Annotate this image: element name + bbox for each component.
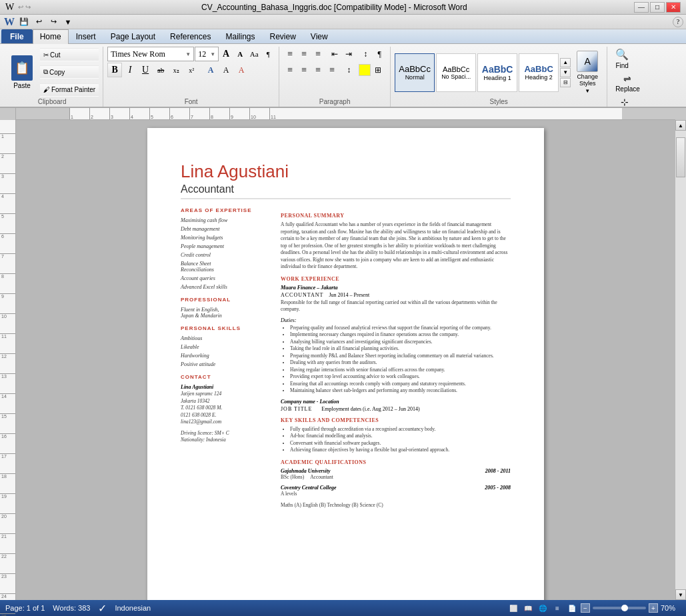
clipboard-group: 📋 Paste ✂ Cut ⧉ Copy 🖌 Format Painter Cl… (1, 47, 103, 107)
paste-button[interactable]: 📋 Paste (5, 47, 39, 98)
maximize-button[interactable]: □ (650, 2, 665, 13)
duty-10: Maintaining balance sheet sub-ledgers an… (290, 387, 511, 395)
change-case-button[interactable]: Aа (247, 47, 261, 61)
italic-button[interactable]: I (123, 63, 137, 77)
font-grow-button[interactable]: A (219, 47, 233, 61)
font-name-dropdown[interactable]: Times New Rom ▼ (107, 47, 194, 61)
tab-insert[interactable]: Insert (69, 29, 103, 43)
draft-view[interactable]: 📄 (566, 603, 578, 613)
document-right-column: PERSONAL SUMMARY A fully qualified Accou… (281, 207, 511, 513)
styles-expand[interactable]: ⊟ (560, 78, 571, 87)
font-name-arrow: ▼ (185, 51, 191, 57)
clear-format-button[interactable]: ¶ (261, 47, 275, 61)
content-area[interactable]: Lina Agustiani Accountant AREAS OF EXPER… (16, 120, 675, 600)
text-effects-button[interactable]: A (203, 63, 218, 77)
zoom-handle[interactable] (621, 605, 628, 611)
multilevel-button[interactable]: ≡ (311, 47, 325, 61)
borders-button[interactable]: ⊞ (371, 63, 385, 77)
scrollbar-track[interactable] (675, 131, 686, 589)
main-area: 1 2 3 4 5 6 7 8 9 10 11 12 13 14 15 16 1… (0, 120, 686, 600)
skills-item-1: Ambitious (181, 335, 267, 341)
redo-button[interactable]: ↪ (47, 16, 60, 28)
work-title2: JOB TITLE Employment dates (i.e. Aug 201… (281, 406, 511, 412)
minimize-button[interactable]: — (634, 2, 649, 13)
tab-pagelayout[interactable]: Page Layout (103, 29, 163, 43)
bullets-button[interactable]: ≡ (283, 47, 297, 61)
styles-scroll-down[interactable]: ▼ (560, 68, 571, 77)
web-layout-view[interactable]: 🌐 (537, 603, 549, 613)
align-left-button[interactable]: ≡ (283, 63, 297, 77)
tab-references[interactable]: References (163, 29, 218, 43)
bold-button[interactable]: B (107, 63, 122, 77)
tab-home[interactable]: Home (33, 29, 69, 44)
work-jobtitle: ACCOUNTANT (281, 292, 323, 298)
ruler-scrollbar (675, 108, 686, 120)
skill-2: Ad-hoc financial modelling and analysis. (290, 433, 511, 440)
paragraph-label: Paragraph (283, 98, 386, 107)
shading-button[interactable] (359, 64, 371, 76)
decrease-indent-button[interactable]: ⇤ (328, 47, 341, 61)
show-marks-button[interactable]: ¶ (373, 47, 386, 61)
save-quick-button[interactable]: 💾 (17, 16, 31, 28)
underline-button[interactable]: U (138, 63, 153, 77)
format-painter-button[interactable]: 🖌 Format Painter (40, 83, 99, 97)
close-button[interactable]: ✕ (666, 2, 681, 13)
duty-4: Taking the lead role in all financial pl… (290, 345, 511, 353)
academic-entry-2: Coventry Central College 2005 - 2008 A l… (281, 485, 511, 509)
find-button[interactable]: 🔍 Find (611, 47, 633, 71)
status-bar: Page: 1 of 1 Words: 383 ✓ Indonesian ⬜ 📖… (0, 600, 686, 616)
full-reading-view[interactable]: 📖 (522, 603, 534, 613)
ruler-area: 1 2 3 4 5 6 7 8 9 10 11 (0, 108, 686, 120)
align-right-button[interactable]: ≡ (311, 63, 325, 77)
academic-title: ACADEMIC QUALIFICATIONS (281, 459, 511, 465)
sort-button[interactable]: ↕ (359, 47, 372, 61)
zoom-slider: − + (581, 603, 658, 613)
numbering-button[interactable]: ≡ (297, 47, 311, 61)
scroll-down-button[interactable]: ▼ (675, 589, 686, 600)
style-heading2[interactable]: AaBbC Heading 2 (519, 53, 559, 92)
style-normal[interactable]: AaBbCc Normal (395, 53, 435, 92)
line-spacing-button[interactable]: ↕ (342, 63, 355, 77)
style-nospace[interactable]: AaBbCc No Spaci... (436, 53, 476, 92)
font-shrink-button[interactable]: A (233, 47, 247, 61)
scroll-up-button[interactable]: ▲ (675, 120, 686, 131)
subscript-button[interactable]: x₂ (169, 63, 183, 77)
help-button[interactable]: ? (673, 17, 683, 27)
justify-button[interactable]: ≡ (325, 63, 339, 77)
change-styles-button[interactable]: A Change Styles ▼ (572, 49, 603, 96)
copy-button[interactable]: ⧉ Copy (40, 65, 99, 79)
tab-review[interactable]: Review (262, 29, 303, 43)
highlight-button[interactable]: A (219, 63, 233, 77)
zoom-track[interactable] (593, 607, 646, 609)
undo-button[interactable]: ↩ (32, 16, 45, 28)
align-center-button[interactable]: ≡ (297, 63, 311, 77)
print-layout-view[interactable]: ⬜ (507, 603, 519, 613)
cut-button[interactable]: ✂ Cut (40, 48, 99, 61)
replace-button[interactable]: ⇌ Replace (611, 72, 644, 94)
academic-entry-1: Gajahmada University 2008 - 2011 BSc (Ho… (281, 468, 511, 481)
style-heading1[interactable]: AaBbC Heading 1 (477, 53, 517, 92)
zoom-minus-button[interactable]: − (581, 603, 590, 613)
degree-1: BSc (Hons) Accountant (281, 474, 511, 481)
tab-mailings[interactable]: Mailings (218, 29, 262, 43)
superscript-button[interactable]: x² (184, 63, 199, 77)
font-size-dropdown[interactable]: 12 ▼ (195, 47, 219, 61)
skill-3: Conversant with financial software packa… (290, 440, 511, 447)
work-company2-block: Company name - Location JOB TITLE Employ… (281, 399, 511, 412)
subjects-2: Maths (A) English (B) Technology (B) Sci… (281, 502, 511, 509)
tab-view[interactable]: View (303, 29, 335, 43)
font-color-button[interactable]: A (234, 63, 249, 77)
work-description: Responsible for the full range of financ… (281, 299, 511, 313)
tab-file[interactable]: File (1, 29, 33, 43)
right-scrollbar: ▲ ▼ (675, 120, 686, 600)
outline-view[interactable]: ≡ (551, 603, 563, 613)
zoom-plus-button[interactable]: + (649, 603, 658, 613)
document-page[interactable]: Lina Agustiani Accountant AREAS OF EXPER… (147, 128, 544, 600)
increase-indent-button[interactable]: ⇥ (342, 47, 355, 61)
scrollbar-thumb[interactable] (676, 137, 685, 177)
quick-dropdown[interactable]: ▼ (61, 16, 75, 28)
styles-scroll-up[interactable]: ▲ (560, 58, 571, 67)
duty-7: Having regular interactions with senior … (290, 367, 511, 374)
strikethrough-button[interactable]: ab (153, 63, 168, 77)
document-left-column: AREAS OF EXPERTISE Maximising cash flow … (181, 207, 267, 513)
